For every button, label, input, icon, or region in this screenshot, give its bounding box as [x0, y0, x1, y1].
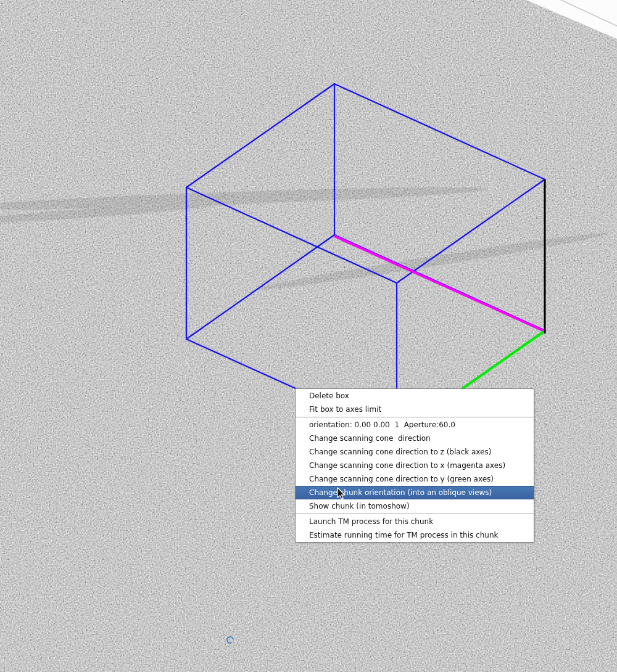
- menu-item-launch-tm-process[interactable]: Launch TM process for this chunk: [296, 515, 534, 528]
- menu-item-orientation-info[interactable]: orientation: 0.00 0.00 1 Aperture:60.0: [296, 418, 534, 432]
- menu-item-change-cone-direction[interactable]: Change scanning cone direction: [296, 432, 534, 445]
- menu-item-fit-box-to-axes-limit[interactable]: Fit box to axes limit: [296, 403, 534, 416]
- menu-item-estimate-tm-running-time[interactable]: Estimate running time for TM process in …: [296, 528, 534, 542]
- menu-item-change-chunk-orientation[interactable]: Change chunk orientation (into an obliqu…: [296, 486, 534, 499]
- tomogram-noise-texture: [0, 0, 617, 672]
- context-menu: Delete box Fit box to axes limit orienta…: [295, 388, 534, 543]
- menu-item-delete-box[interactable]: Delete box: [296, 389, 534, 403]
- menu-separator: [296, 417, 534, 417]
- menu-item-cone-direction-y[interactable]: Change scanning cone direction to y (gre…: [296, 472, 534, 486]
- viewport: { "menu": { "groups": [ { "items": [ "De…: [0, 0, 617, 672]
- menu-separator: [296, 514, 534, 514]
- menu-item-cone-direction-z[interactable]: Change scanning cone direction to z (bla…: [296, 445, 534, 459]
- menu-item-show-chunk[interactable]: Show chunk (in tomoshow): [296, 499, 534, 513]
- menu-item-cone-direction-x[interactable]: Change scanning cone direction to x (mag…: [296, 459, 534, 472]
- tomogram-canvas[interactable]: [0, 0, 617, 672]
- mouse-cursor-icon: [336, 486, 349, 501]
